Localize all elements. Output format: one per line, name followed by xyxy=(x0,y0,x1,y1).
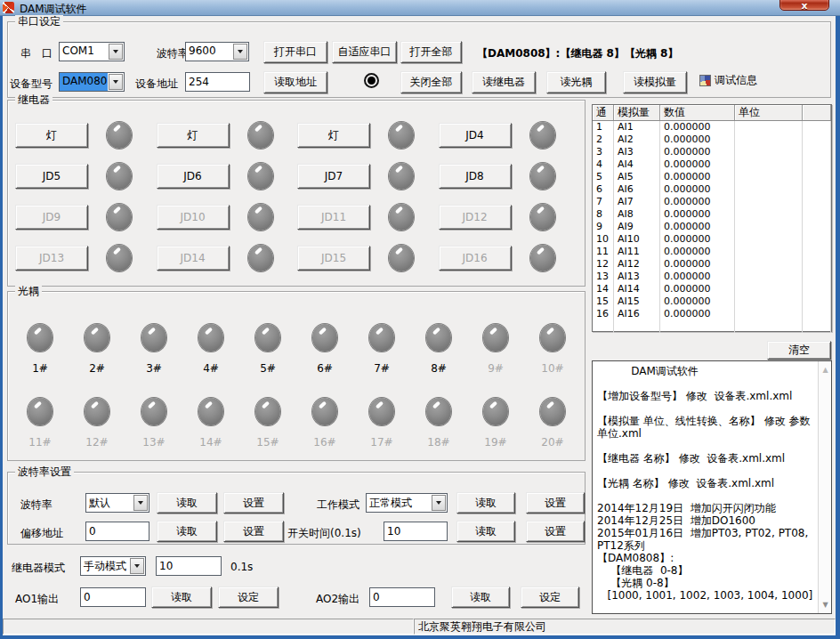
relay-button-14[interactable]: JD14 xyxy=(157,246,230,271)
table-row[interactable]: 16AI160.000000 xyxy=(593,308,831,320)
relay-button-4[interactable]: JD4 xyxy=(439,123,512,148)
work-mode-read-button[interactable]: 读取 xyxy=(456,492,515,514)
baud-combobox[interactable]: 9600 xyxy=(185,42,249,61)
table-row[interactable]: 1AI10.000000 xyxy=(593,121,831,133)
relay-button-2[interactable]: 灯 xyxy=(157,123,230,148)
chevron-down-icon[interactable] xyxy=(233,44,247,60)
ao1-input[interactable] xyxy=(80,587,146,607)
switch-time-set-button[interactable]: 设置 xyxy=(526,521,585,542)
ao2-set-button[interactable]: 设定 xyxy=(521,586,579,608)
relay-button-11[interactable]: JD11 xyxy=(297,205,370,230)
ai-column-header[interactable]: 单位 xyxy=(735,105,803,120)
offset-set-button[interactable]: 设置 xyxy=(223,521,284,542)
table-cell xyxy=(803,295,831,308)
relay-button-15[interactable]: JD15 xyxy=(297,246,370,271)
relay-time-input[interactable] xyxy=(156,556,222,576)
chevron-down-icon[interactable] xyxy=(109,74,123,90)
table-cell: 5 xyxy=(593,171,614,183)
table-row[interactable]: 12AI120.000000 xyxy=(593,258,831,271)
chevron-down-icon[interactable] xyxy=(130,558,144,574)
relay-button-16[interactable]: JD16 xyxy=(439,246,512,271)
relay-mode-combobox[interactable]: 手动模式 xyxy=(80,556,146,576)
table-row[interactable]: 14AI140.000000 xyxy=(593,283,831,295)
ai-column-header[interactable]: 模拟量 xyxy=(614,105,660,120)
table-row[interactable]: 4AI40.000000 xyxy=(593,158,831,171)
relay-button-7[interactable]: JD7 xyxy=(297,164,370,189)
read-opto-button[interactable]: 读光耦 xyxy=(546,71,606,93)
table-row[interactable]: 9AI90.000000 xyxy=(593,221,831,233)
relay-button-10[interactable]: JD10 xyxy=(157,205,230,230)
relay-button-9[interactable]: JD9 xyxy=(15,205,88,230)
relay-led-5 xyxy=(107,163,132,190)
table-row[interactable]: 11AI110.000000 xyxy=(593,246,831,258)
read-relay-button[interactable]: 读继电器 xyxy=(472,71,536,93)
switch-time-read-button[interactable]: 读取 xyxy=(456,521,515,542)
relay-led-12 xyxy=(530,204,555,231)
auto-port-button[interactable]: 自适应串口 xyxy=(332,41,397,63)
table-row[interactable]: 2AI20.000000 xyxy=(593,133,831,146)
ao1-set-button[interactable]: 设定 xyxy=(218,586,279,608)
table-cell xyxy=(803,171,831,183)
port-combobox[interactable]: COM1 xyxy=(59,42,125,61)
ai-column-header[interactable]: 通 xyxy=(593,105,614,120)
debug-info-toggle[interactable]: 调试信息 xyxy=(699,73,757,88)
baudrate-combobox[interactable]: 默认 xyxy=(85,493,149,513)
close-all-button[interactable]: 关闭全部 xyxy=(400,71,462,93)
ai-column-header[interactable] xyxy=(803,105,831,120)
chevron-down-icon[interactable] xyxy=(432,495,446,511)
table-cell: 16 xyxy=(593,308,614,320)
relay-button-1[interactable]: 灯 xyxy=(15,123,88,148)
status-panel-right: 北京聚英翱翔电子有限公司 xyxy=(414,619,836,635)
ai-column-header[interactable]: 数值 xyxy=(660,105,735,120)
relay-button-12[interactable]: JD12 xyxy=(439,205,512,230)
open-all-button[interactable]: 打开全部 xyxy=(400,41,462,63)
work-mode-combobox[interactable]: 正常模式 xyxy=(366,493,448,513)
read-address-button[interactable]: 读取地址 xyxy=(263,71,327,93)
relay-led-6 xyxy=(248,163,273,190)
offset-read-button[interactable]: 读取 xyxy=(157,521,217,542)
opto-led-9 xyxy=(483,324,508,352)
opto-label-20: 20# xyxy=(541,436,563,449)
switch-time-input[interactable] xyxy=(384,522,448,541)
log-scrollbar[interactable]: ▲ ▼ xyxy=(818,361,831,613)
title-bar: DAM调试软件 x xyxy=(0,0,840,16)
chevron-down-icon[interactable] xyxy=(109,44,123,60)
table-cell xyxy=(803,308,831,320)
scrollbar-up-arrow[interactable]: ▲ xyxy=(819,363,832,376)
ao2-input[interactable] xyxy=(369,587,435,607)
table-cell xyxy=(803,196,831,208)
scrollbar-down-arrow[interactable]: ▼ xyxy=(819,598,832,611)
model-combobox[interactable]: DAM0808 xyxy=(59,72,125,92)
table-row[interactable]: 13AI130.000000 xyxy=(593,271,831,283)
baudrate-set-button[interactable]: 设置 xyxy=(223,492,284,514)
baudrate-read-button[interactable]: 读取 xyxy=(157,492,217,514)
table-row[interactable]: 5AI50.000000 xyxy=(593,171,831,183)
ao1-read-button[interactable]: 读取 xyxy=(151,586,212,608)
open-port-button[interactable]: 打开串口 xyxy=(263,41,327,63)
relay-button-8[interactable]: JD8 xyxy=(439,164,512,189)
log-content[interactable]: DAM调试软件 【增加设备型号】 修改 设备表.xml.xml 【模拟量 单位、… xyxy=(594,362,817,612)
relay-button-3[interactable]: 灯 xyxy=(297,123,370,148)
chevron-down-icon[interactable] xyxy=(133,495,148,511)
table-row[interactable]: 3AI30.000000 xyxy=(593,146,831,158)
offset-address-input[interactable] xyxy=(85,522,149,541)
table-row[interactable]: 8AI80.000000 xyxy=(593,208,831,221)
opto-label-13: 13# xyxy=(142,436,165,449)
close-button[interactable]: x xyxy=(779,0,829,11)
opto-cell: 15# xyxy=(255,398,280,449)
table-row[interactable]: 15AI150.000000 xyxy=(593,295,831,308)
clear-log-button[interactable]: 清空 xyxy=(767,341,831,360)
table-row[interactable]: 6AI60.000000 xyxy=(593,183,831,196)
table-row[interactable]: 10AI100.000000 xyxy=(593,233,831,246)
relay-button-5[interactable]: JD5 xyxy=(15,164,88,189)
relay-cell: JD4 xyxy=(439,123,580,148)
baud-settings-title: 波特率设置 xyxy=(15,465,74,478)
relay-button-6[interactable]: JD6 xyxy=(157,164,230,189)
work-mode-set-button[interactable]: 设置 xyxy=(526,492,585,514)
ao2-read-button[interactable]: 读取 xyxy=(451,586,510,608)
table-cell: 11 xyxy=(593,246,614,258)
read-analog-button[interactable]: 读模拟量 xyxy=(623,71,687,93)
device-address-input[interactable] xyxy=(185,72,250,92)
relay-button-13[interactable]: JD13 xyxy=(15,246,88,271)
table-row[interactable]: 7AI70.000000 xyxy=(593,196,831,208)
